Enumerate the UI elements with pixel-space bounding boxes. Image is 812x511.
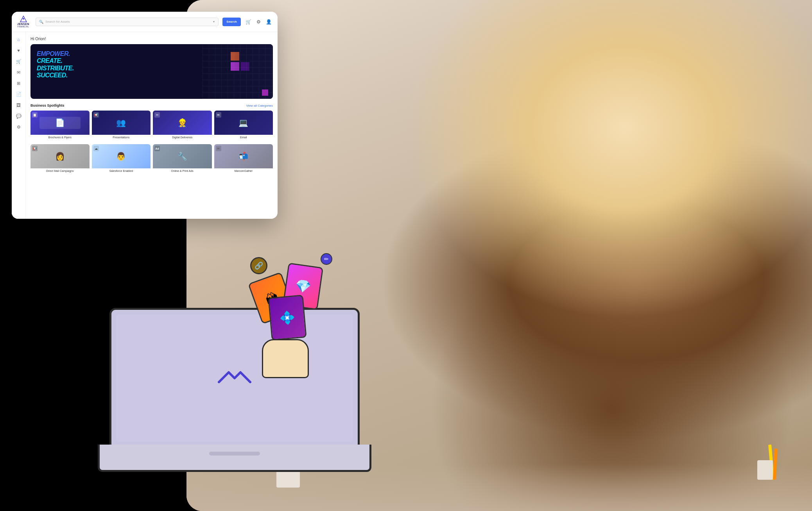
email-icon: ✉ <box>216 112 221 118</box>
view-all-link[interactable]: View all Categories <box>246 104 273 107</box>
digital-thumb: 👷 <box>177 118 187 127</box>
sidebar-item-grid[interactable]: ⊞ <box>14 79 23 88</box>
settings-icon[interactable]: ⚙ <box>255 18 262 25</box>
laptop-touchpad <box>209 452 260 456</box>
link-icon: 🔗 <box>250 257 267 274</box>
hero-text: EMPOWER. CREATE. DISTRIBUTE. SUCCEED. <box>37 50 74 79</box>
digital-icon: ✏ <box>154 112 160 118</box>
search-icon: 🔍 <box>39 20 43 24</box>
brand-sub: FINANCIAL <box>18 25 29 28</box>
presentations-label: Presentations <box>92 135 151 140</box>
search-button[interactable]: Search <box>222 18 241 26</box>
sidebar-item-image[interactable]: 🖼 <box>14 101 23 109</box>
presentations-thumb: 👥 <box>116 118 126 127</box>
sidebar-item-settings[interactable]: ⚙ <box>14 123 23 131</box>
cartoon-hand <box>262 339 309 378</box>
marcom-icon: ✉ <box>216 146 221 151</box>
logo-area: JENSEN FINANCIAL <box>17 16 29 28</box>
hero-line3: DISTRIBUTE. <box>37 65 74 72</box>
marcom-thumb: 📬 <box>238 152 248 161</box>
hero-banner: EMPOWER. CREATE. DISTRIBUTE. SUCCEED. <box>30 44 273 99</box>
svg-point-1 <box>23 18 24 20</box>
category-marcom[interactable]: ✉ 📬 MarcomGather <box>214 144 273 175</box>
section-header: Business Spotlights View all Categories <box>30 104 273 107</box>
brochures-thumb: 📄 <box>39 117 81 129</box>
salesforce-icon: ☁ <box>93 146 99 151</box>
hero-line4: SUCCEED. <box>37 72 74 79</box>
search-bar[interactable]: 🔍 Search for Assets ▼ <box>36 18 219 26</box>
category-direct[interactable]: 📢 👩 Direct Mail Campaigns <box>30 144 90 175</box>
search-placeholder: Search for Assets <box>45 20 211 23</box>
sidebar-item-document[interactable]: 📄 <box>14 90 23 98</box>
section-title: Business Spotlights <box>30 104 65 107</box>
pencil-cup <box>757 460 773 480</box>
hero-line2: CREATE. <box>37 57 74 64</box>
category-online[interactable]: Ad 🔧 Online & Print Ads <box>153 144 212 175</box>
sidebar-item-support[interactable]: 💬 <box>14 112 23 120</box>
category-digital[interactable]: ✏ 👷 Digital Deliveries <box>153 111 212 142</box>
direct-thumb: 👩 <box>55 152 65 161</box>
email-thumb: 💻 <box>238 118 248 127</box>
sidebar: ⌂ ♥ 🛒 ✉ ⊞ 📄 🖼 💬 ⚙ <box>12 32 26 219</box>
salesforce-label: Salesforce Enabled <box>92 168 151 173</box>
online-label: Online & Print Ads <box>153 168 212 173</box>
scene: 🔗 ✏ 🏔 💎 💠 JENSEN FINANCIAL <box>0 0 812 511</box>
brand-name: JENSEN <box>17 23 29 25</box>
salesforce-thumb: 👨 <box>116 152 126 161</box>
window-body: ⌂ ♥ 🛒 ✉ ⊞ 📄 🖼 💬 ⚙ Hi Orion! EMPOWER. CR <box>12 32 278 219</box>
direct-icon: 📢 <box>32 146 38 151</box>
sidebar-item-email[interactable]: ✉ <box>14 68 23 77</box>
brochures-label: Brochures & Flyers <box>30 135 90 140</box>
content-area: Hi Orion! EMPOWER. CREATE. DISTRIBUTE. S… <box>26 32 278 219</box>
category-brochures[interactable]: 📋 📄 Brochures & Flyers <box>30 111 90 142</box>
pencil-area <box>757 441 781 480</box>
greeting: Hi Orion! <box>30 37 273 41</box>
brochures-icon: 📋 <box>32 112 38 118</box>
hero-line1: EMPOWER. <box>37 50 74 57</box>
pencil2 <box>773 448 778 480</box>
sidebar-item-favorites[interactable]: ♥ <box>14 46 23 55</box>
laptop-base <box>98 445 371 472</box>
pen-icon: ✏ <box>321 253 332 265</box>
topbar-icons: 🛒 ⚙ 👤 <box>245 18 272 25</box>
filter-icon[interactable]: ▼ <box>212 20 215 23</box>
category-presentations[interactable]: 📢 👥 Presentations <box>92 111 151 142</box>
online-thumb: 🔧 <box>177 152 187 161</box>
logo-icon <box>20 16 27 23</box>
email-label: Email <box>214 135 273 140</box>
ui-window: JENSEN FINANCIAL 🔍 Search for Assets ▼ S… <box>12 12 278 219</box>
hero-purple-square <box>262 89 268 96</box>
presentations-icon: 📢 <box>93 112 99 118</box>
category-grid: 📋 📄 Brochures & Flyers 📢 👥 Presentations <box>30 111 273 175</box>
online-icon: Ad <box>154 146 160 151</box>
direct-label: Direct Mail Campaigns <box>30 168 90 173</box>
sidebar-item-cart[interactable]: 🛒 <box>14 57 23 66</box>
sidebar-item-home[interactable]: ⌂ <box>14 35 23 44</box>
category-email[interactable]: ✉ 💻 Email <box>214 111 273 142</box>
marcom-label: MarcomGather <box>214 168 273 173</box>
cart-icon[interactable]: 🛒 <box>245 18 252 25</box>
digital-label: Digital Deliveries <box>153 135 212 140</box>
topbar: JENSEN FINANCIAL 🔍 Search for Assets ▼ S… <box>12 12 278 32</box>
hand-cards-illustration: 🔗 ✏ 🏔 💎 💠 <box>246 253 344 378</box>
card-purple: 💠 <box>268 295 307 340</box>
user-icon[interactable]: 👤 <box>265 18 272 25</box>
category-salesforce[interactable]: ☁ 👨 Salesforce Enabled <box>92 144 151 175</box>
